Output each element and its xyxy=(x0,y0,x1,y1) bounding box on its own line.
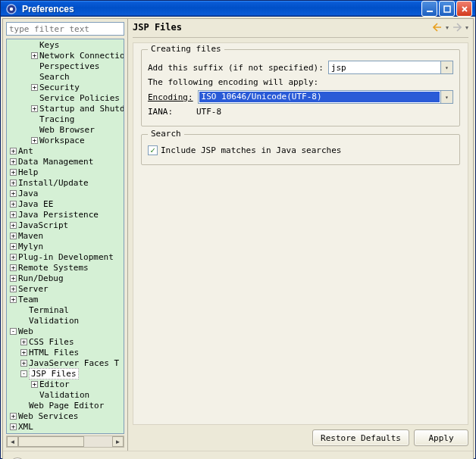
tree-item[interactable]: +Workspace xyxy=(7,136,124,146)
tree-item[interactable]: +Help xyxy=(7,167,124,178)
creating-files-group: Creating files Add this suffix (if not s… xyxy=(141,49,460,126)
tree-toggle-icon[interactable]: + xyxy=(31,52,38,59)
include-jsp-row[interactable]: Include JSP matches in Java searches xyxy=(148,145,453,155)
tree-item[interactable]: Tracing xyxy=(7,114,124,125)
tree-item[interactable]: +Remote Systems xyxy=(7,263,124,273)
encoding-combo[interactable]: ISO 10646/Unicode(UTF-8) ▾ xyxy=(198,90,453,104)
tree-item[interactable]: +Web Services xyxy=(7,411,124,422)
tree-toggle-icon[interactable]: + xyxy=(10,211,17,218)
tree-toggle-icon[interactable]: + xyxy=(10,158,17,165)
restore-defaults-button[interactable]: Restore Defaults xyxy=(312,429,409,446)
window-title: Preferences xyxy=(22,4,421,14)
nav-forward-menu[interactable]: ▾ xyxy=(465,24,468,31)
tree-item-label: Perspectives xyxy=(39,61,99,71)
include-jsp-checkbox[interactable] xyxy=(148,145,158,155)
tree-item[interactable]: +Team xyxy=(7,295,124,305)
tree-toggle-icon[interactable]: + xyxy=(10,254,17,261)
tree-item[interactable]: Web Browser xyxy=(7,125,124,136)
tree-item[interactable]: +Network Connection xyxy=(7,51,124,61)
tree-item[interactable]: +HTML Files xyxy=(7,348,124,358)
tree-item-label: Java EE xyxy=(18,199,53,209)
tree-toggle-icon[interactable]: + xyxy=(10,201,17,208)
nav-forward-icon[interactable] xyxy=(452,22,462,33)
tree-toggle-icon[interactable]: + xyxy=(31,381,38,388)
nav-back-icon[interactable] xyxy=(432,22,443,33)
tree-item[interactable]: +CSS Files xyxy=(7,337,124,348)
tree-toggle-icon[interactable]: - xyxy=(10,328,17,335)
nav-back-menu[interactable]: ▾ xyxy=(446,24,449,31)
tree-item-label: Web Browser xyxy=(39,125,95,135)
preferences-tree[interactable]: Keys+Network ConnectionPerspectivesSearc… xyxy=(6,39,124,434)
tree-item-label: Search xyxy=(39,72,70,82)
tree-toggle-icon[interactable]: + xyxy=(20,349,27,356)
scroll-thumb[interactable] xyxy=(18,436,84,447)
tree-item[interactable]: -JSP Files xyxy=(7,369,124,379)
tree-toggle-icon[interactable]: + xyxy=(10,286,17,292)
tree-item[interactable]: Validation xyxy=(7,316,124,326)
dialog-body: Keys+Network ConnectionPerspectivesSearc… xyxy=(2,18,474,459)
tree-item-label: Plug-in Development xyxy=(18,252,114,262)
tree-toggle-icon[interactable]: + xyxy=(10,243,17,250)
tree-toggle-icon[interactable]: + xyxy=(10,169,17,176)
minimize-button[interactable] xyxy=(421,1,437,17)
tree-toggle-icon[interactable]: + xyxy=(10,233,17,239)
tree-item-label: Data Management xyxy=(18,157,93,167)
tree-toggle-icon[interactable]: + xyxy=(10,190,17,197)
tree-item[interactable]: +Mylyn xyxy=(7,242,124,252)
tree-item[interactable]: +Maven xyxy=(7,231,124,242)
tree-item[interactable]: +Ant xyxy=(7,146,124,157)
tree-item[interactable]: +XML xyxy=(7,422,124,432)
tree-item[interactable]: +Security xyxy=(7,83,124,93)
tree-toggle-icon[interactable]: + xyxy=(10,413,17,420)
filter-input[interactable] xyxy=(6,22,124,36)
tree-item[interactable]: +JavaScript xyxy=(7,220,124,231)
tree-item[interactable]: Keys xyxy=(7,40,124,51)
tree-item[interactable]: +Java xyxy=(7,189,124,199)
tree-item[interactable]: +Run/Debug xyxy=(7,273,124,284)
tree-item[interactable]: Web Page Editor xyxy=(7,401,124,411)
tree-toggle-icon[interactable]: + xyxy=(10,180,17,186)
tree-item[interactable]: Perspectives xyxy=(7,61,124,72)
tree-item-label: Help xyxy=(18,167,39,177)
tree-item[interactable]: +Java Persistence xyxy=(7,210,124,220)
tree-toggle-icon[interactable]: + xyxy=(10,423,17,430)
tree-toggle-icon[interactable]: + xyxy=(10,296,17,303)
tree-hscrollbar[interactable]: ◄ ► xyxy=(6,436,124,448)
tree-toggle-icon[interactable]: + xyxy=(31,105,38,112)
tree-item[interactable]: Service Policies xyxy=(7,93,124,104)
tree-toggle-icon[interactable]: + xyxy=(10,222,17,229)
tree-item[interactable]: +Plug-in Development xyxy=(7,252,124,263)
tree-toggle-icon[interactable]: + xyxy=(31,137,38,144)
chevron-down-icon[interactable]: ▾ xyxy=(440,91,453,103)
tree-item[interactable]: Terminal xyxy=(7,305,124,316)
search-legend: Search xyxy=(148,129,184,139)
tree-item[interactable]: +JavaServer Faces T xyxy=(7,358,124,369)
tree-toggle-icon[interactable]: + xyxy=(10,264,17,271)
scroll-right-icon[interactable]: ► xyxy=(112,436,124,447)
tree-item[interactable]: +Java EE xyxy=(7,199,124,210)
maximize-button[interactable] xyxy=(439,1,455,17)
chevron-down-icon[interactable]: ▾ xyxy=(440,61,453,73)
tree-item[interactable]: Validation xyxy=(7,390,124,401)
tree-toggle-icon[interactable]: - xyxy=(20,370,27,377)
tree-toggle-icon[interactable]: + xyxy=(31,84,38,91)
tree-item[interactable]: Search xyxy=(7,72,124,83)
tree-toggle-icon[interactable]: + xyxy=(10,275,17,282)
tree-item[interactable]: +Server xyxy=(7,284,124,295)
tree-item[interactable]: +Editor xyxy=(7,379,124,390)
tree-item[interactable]: +Data Management xyxy=(7,157,124,167)
scroll-left-icon[interactable]: ◄ xyxy=(7,436,18,447)
tree-item-label: JavaScript xyxy=(18,220,68,230)
tree-item[interactable]: +Install/Update xyxy=(7,178,124,189)
tree-item[interactable]: -Web xyxy=(7,326,124,337)
suffix-combo[interactable]: jsp ▾ xyxy=(328,61,453,74)
tree-item[interactable]: +Startup and Shutdo xyxy=(7,104,124,114)
close-button[interactable] xyxy=(456,1,472,17)
svg-rect-3 xyxy=(444,6,450,12)
tree-toggle-icon[interactable]: + xyxy=(20,339,27,345)
tree-toggle-icon[interactable]: + xyxy=(10,148,17,155)
tree-item-label: Terminal xyxy=(29,305,69,315)
suffix-value: jsp xyxy=(329,63,440,73)
tree-toggle-icon[interactable]: + xyxy=(20,360,27,367)
apply-button[interactable]: Apply xyxy=(414,429,468,446)
